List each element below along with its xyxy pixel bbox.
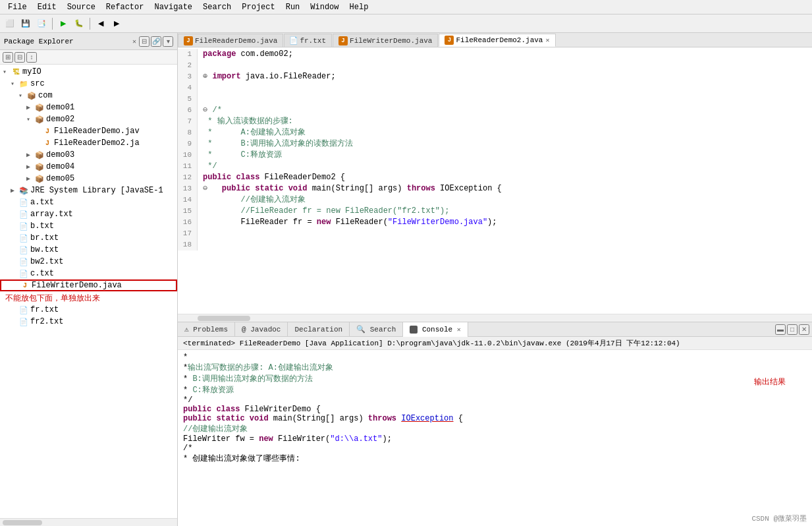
tree-label-frtxt: fr.txt	[30, 305, 59, 314]
console-tab-close[interactable]: ✕	[457, 326, 461, 334]
tree-item-fr2txt[interactable]: 📄 fr2.txt	[0, 316, 177, 328]
tree-label-src: src	[30, 79, 45, 88]
txt-icon-brtxt: 📄	[18, 233, 29, 243]
tab-declaration[interactable]: Declaration	[288, 322, 350, 337]
menu-navigate[interactable]: Navigate	[149, 1, 198, 13]
tree-item-demo04[interactable]: ▶ 📦 demo04	[0, 161, 177, 173]
sidebar-view-menu-btn[interactable]: ▾	[163, 36, 173, 47]
link-editor-btn[interactable]: 🔗	[151, 36, 161, 47]
code-line-1: 1 package com.demo02;	[178, 49, 812, 60]
editor-hscroll[interactable]	[178, 314, 812, 322]
sidebar-toolbar-btn3[interactable]: ↕	[26, 52, 37, 63]
line-content-8: * A:创建输入流对象	[198, 127, 306, 138]
save-all-btn[interactable]: 📑	[34, 16, 49, 31]
console-line-11: * 创建输出流对象做了哪些事情:	[183, 453, 807, 464]
right-panel: J FileReaderDemo.java 📄 fr.txt J FileWri…	[178, 33, 812, 526]
tree-item-ctxt[interactable]: 📄 c.txt	[0, 268, 177, 279]
console-content[interactable]: * *输出流写数据的步骤: A:创建输出流对象 * B:调用输出流对象的写数据的…	[178, 350, 812, 526]
package-demo04-icon: 📦	[34, 161, 45, 172]
editor-content[interactable]: 1 package com.demo02; 2 3 ⊕ import java.…	[178, 47, 812, 314]
tree-item-btxt[interactable]: 📄 b.txt	[0, 220, 177, 232]
tree-arrow-demo04: ▶	[26, 163, 34, 171]
tree-item-demo05[interactable]: ▶ 📦 demo05	[0, 173, 177, 185]
sidebar-hscroll[interactable]	[0, 518, 177, 526]
tree-item-filewriterdemo[interactable]: J FileWriterDemo.java	[0, 279, 177, 291]
menu-project[interactable]: Project	[236, 1, 280, 13]
tab-filewriterdemo[interactable]: J FileWriterDemo.java	[333, 34, 438, 47]
package-demo02-icon: 📦	[34, 114, 45, 125]
watermark: CSDN @微菜羽墨	[751, 513, 807, 523]
menu-window[interactable]: Window	[305, 1, 344, 13]
tree-item-filereaderdemo[interactable]: J FileReaderDemo.jav	[0, 125, 177, 137]
editor-scrollbar-thumb[interactable]	[198, 316, 250, 321]
tree-item-frtxt[interactable]: 📄 fr.txt	[0, 304, 177, 316]
menu-file[interactable]: File	[3, 1, 32, 13]
menu-search[interactable]: Search	[198, 1, 236, 13]
tree-item-demo02[interactable]: ▾ 📦 demo02	[0, 113, 177, 125]
declaration-label: Declaration	[294, 326, 342, 334]
tab-search[interactable]: 🔍 Search	[350, 322, 403, 337]
tree-item-src[interactable]: ▾ 📁 src	[0, 78, 177, 90]
code-line-14: 14 //创建输入流对象	[178, 194, 812, 206]
tab-problems[interactable]: ⚠ Problems	[178, 322, 235, 337]
menu-run[interactable]: Run	[281, 1, 306, 13]
tree-item-myio[interactable]: ▾ 🏗 myIO	[0, 66, 177, 78]
line-num-2: 2	[178, 60, 198, 71]
package-demo03-icon: 📦	[34, 150, 45, 160]
javadoc-label: @ Javadoc	[242, 326, 281, 334]
console-close-btn[interactable]: ✕	[799, 324, 809, 335]
save-btn[interactable]: 💾	[18, 16, 33, 31]
project-icon: 🏗	[11, 67, 21, 77]
tree-label-demo01: demo01	[46, 103, 74, 112]
line-content-1: package com.demo02;	[198, 49, 293, 60]
tab-icon-frd2: J	[445, 36, 454, 45]
tree-label-fr2txt: fr2.txt	[30, 317, 63, 326]
back-btn[interactable]: ◀	[94, 16, 108, 31]
sidebar-scrollbar-thumb[interactable]	[3, 520, 42, 525]
line-content-2	[198, 60, 207, 71]
menu-edit[interactable]: Edit	[32, 1, 62, 13]
line-num-13: 13	[178, 183, 198, 194]
run-btn[interactable]: ▶	[56, 16, 70, 31]
tree-item-bw2txt[interactable]: 📄 bw2.txt	[0, 256, 177, 268]
console-minimize-btn[interactable]: ▬	[775, 324, 786, 335]
txt-icon-frtxt: 📄	[18, 305, 29, 315]
tree-label-jre: JRE System Library [JavaSE-1	[30, 186, 163, 195]
menu-source[interactable]: Source	[62, 1, 101, 13]
debug-btn[interactable]: 🐛	[72, 16, 86, 31]
console-maximize-btn[interactable]: □	[787, 324, 798, 335]
tree-item-bwtxt[interactable]: 📄 bw.txt	[0, 244, 177, 256]
tree-arrow-demo05: ▶	[26, 175, 34, 183]
tab-filereaderdemo2[interactable]: J FileReaderDemo2.java ✕	[439, 34, 555, 47]
tab-close-frd2[interactable]: ✕	[545, 36, 549, 44]
tree-item-arraytxt[interactable]: 📄 array.txt	[0, 208, 177, 220]
console-line-10: /*	[183, 444, 807, 453]
new-btn[interactable]: ⬜	[3, 16, 17, 31]
forward-btn[interactable]: ▶	[109, 16, 124, 31]
tree-item-demo03[interactable]: ▶ 📦 demo03	[0, 149, 177, 161]
problems-icon: ⚠	[184, 325, 189, 334]
tree-label-bw2txt: bw2.txt	[30, 257, 63, 266]
tab-javadoc[interactable]: @ Javadoc	[235, 322, 288, 337]
menu-refactor[interactable]: Refactor	[101, 1, 149, 13]
menu-help[interactable]: Help	[344, 1, 374, 13]
sidebar-toolbar-btn2[interactable]: ⊟	[14, 52, 25, 63]
console-line-7: public static void main(String[] args) t…	[183, 414, 807, 423]
sidebar-toolbar-btn1[interactable]: ⊞	[3, 52, 13, 63]
tree-item-com[interactable]: ▾ 📦 com	[0, 90, 177, 102]
output-result-annotation: 输出结果	[754, 376, 786, 388]
tree-item-demo01[interactable]: ▶ 📦 demo01	[0, 102, 177, 113]
sidebar-header-icons: ⊟ 🔗 ▾	[139, 36, 173, 47]
code-line-13: 13 ⊖ public static void main(String[] ar…	[178, 183, 812, 194]
collapse-all-btn[interactable]: ⊟	[139, 36, 149, 47]
tab-console[interactable]: Console ✕	[403, 322, 468, 337]
tree-arrow-demo01: ▶	[26, 103, 34, 111]
tree-item-atxt[interactable]: 📄 a.txt	[0, 196, 177, 208]
sidebar-toolbar: ⊞ ⊟ ↕	[0, 50, 177, 65]
tree-item-jre[interactable]: ▶ 📚 JRE System Library [JavaSE-1	[0, 185, 177, 196]
tree-item-brtxt[interactable]: 📄 br.txt	[0, 232, 177, 244]
tab-frtxt[interactable]: 📄 fr.txt	[284, 34, 332, 47]
code-line-12: 12 public class FileReaderDemo2 {	[178, 172, 812, 183]
tab-filereaderdemo[interactable]: J FileReaderDemo.java	[178, 34, 283, 47]
tree-item-filereaderdemo2[interactable]: J FileReaderDemo2.ja	[0, 137, 177, 149]
